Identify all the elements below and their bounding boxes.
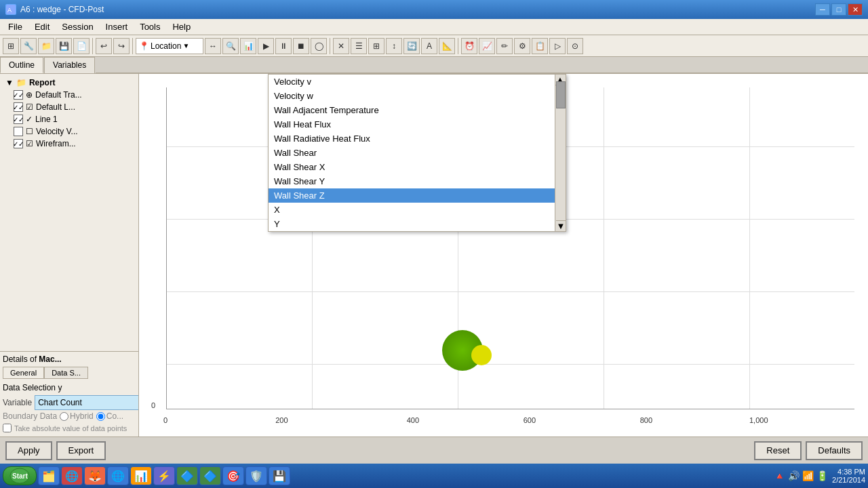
dropdown-item-wall-shear[interactable]: Wall Shear: [269, 146, 555, 160]
toolbar-btn-2[interactable]: 🔧: [20, 38, 37, 54]
dropdown-container: Velocity v Velocity w Wall Adjacent Temp…: [268, 74, 566, 232]
menu-file[interactable]: File: [3, 20, 28, 33]
location-dropdown[interactable]: 📍 Location ▼: [136, 38, 203, 54]
reset-button[interactable]: Reset: [754, 441, 802, 460]
selection-indicator: [442, 330, 483, 371]
take-absolute-checkbox[interactable]: [3, 424, 12, 432]
redo-button[interactable]: ↪: [113, 38, 130, 54]
window-title: A6 : wedge - CFD-Post: [20, 5, 104, 14]
taskbar-icon-3: 📶: [802, 470, 814, 481]
undo-button[interactable]: ↩: [96, 38, 112, 54]
toolbar-btn-23[interactable]: ⚙: [514, 38, 530, 54]
toolbar-btn-25[interactable]: ▷: [549, 38, 566, 54]
toolbar-btn-6[interactable]: ↔: [205, 38, 221, 54]
toolbar-btn-20[interactable]: ⏰: [461, 38, 477, 54]
inner-tab-data[interactable]: Data S...: [44, 367, 88, 379]
menu-bar: File Edit Session Insert Tools Help: [0, 19, 868, 35]
scroll-down-btn[interactable]: ▼: [556, 220, 566, 231]
dropdown-item-wall-shear-x[interactable]: Wall Shear X: [269, 160, 555, 174]
boundary-radio-hybrid[interactable]: [60, 412, 68, 421]
dropdown-item-wall-shear-z[interactable]: Wall Shear Z: [269, 188, 555, 203]
tab-outline[interactable]: Outline: [0, 57, 43, 73]
taskbar-app-globe[interactable]: 🌐: [107, 466, 129, 485]
checkbox-default-l[interactable]: ✓: [14, 102, 23, 112]
toolbar-btn-12[interactable]: ◯: [311, 38, 327, 54]
details-subject: Mac...: [39, 354, 61, 364]
toolbar-btn-4[interactable]: 💾: [56, 38, 72, 54]
taskbar-app-files[interactable]: 🗂️: [38, 466, 60, 485]
toolbar-btn-21[interactable]: 📈: [479, 38, 495, 54]
dropdown-item-x[interactable]: X: [269, 203, 555, 217]
toolbar-btn-17[interactable]: 🔄: [403, 38, 420, 54]
toolbar-btn-26[interactable]: ⊙: [567, 38, 583, 54]
svg-text:A: A: [7, 7, 12, 14]
action-bar: Apply Export Reset Defaults: [0, 436, 868, 464]
dropdown-item-wall-rad-heat-flux[interactable]: Wall Radiative Heat Flux: [269, 131, 555, 146]
taskbar-app-a5[interactable]: 🛡️: [245, 466, 267, 485]
dropdown-item-velocity-w[interactable]: Velocity w: [269, 89, 555, 103]
toolbar-btn-10[interactable]: ⏸: [275, 38, 292, 54]
tree-item-default-l[interactable]: ✓ ☑ Default L...: [3, 101, 136, 113]
toolbar-btn-1[interactable]: ⊞: [3, 38, 19, 54]
taskbar-app-a4[interactable]: 🎯: [222, 466, 244, 485]
tab-variables[interactable]: Variables: [44, 57, 95, 73]
tree-item-default-transform[interactable]: ✓ ⊕ Default Tra...: [3, 89, 136, 101]
dropdown-scrollbar[interactable]: ▲ ▼: [555, 75, 566, 231]
menu-edit[interactable]: Edit: [29, 20, 55, 33]
scroll-thumb[interactable]: [556, 81, 566, 108]
toolbar-btn-24[interactable]: 📋: [532, 38, 548, 54]
menu-help[interactable]: Help: [167, 20, 196, 33]
toolbar-btn-11[interactable]: ⏹: [293, 38, 309, 54]
toolbar-btn-15[interactable]: ⊞: [368, 38, 384, 54]
tree-item-report[interactable]: ▼ 📁 Report: [3, 77, 136, 89]
taskbar-app-matlab[interactable]: 📊: [130, 466, 152, 485]
title-bar: A A6 : wedge - CFD-Post ─ □ ✕: [0, 0, 868, 19]
toolbar-btn-18[interactable]: A: [421, 38, 437, 54]
tree-item-line1[interactable]: ✓ ✓ Line 1: [3, 113, 136, 125]
boundary-radio-co[interactable]: [96, 412, 105, 421]
taskbar-app-chrome[interactable]: 🌐: [61, 466, 83, 485]
maximize-button[interactable]: □: [831, 3, 846, 16]
start-button[interactable]: Start: [3, 466, 37, 485]
tree-item-wireframe[interactable]: ✓ ☑ Wirefram...: [3, 138, 136, 150]
checkbox-wireframe[interactable]: ✓: [14, 139, 23, 148]
data-selection-label: Data Selection y: [3, 382, 136, 394]
toolbar-btn-16[interactable]: ↕: [386, 38, 402, 54]
close-button[interactable]: ✕: [848, 3, 863, 16]
toolbar-btn-9[interactable]: ▶: [258, 38, 274, 54]
export-button[interactable]: Export: [56, 441, 106, 460]
toolbar-btn-13[interactable]: ✕: [333, 38, 349, 54]
taskbar-icon-2: 🔊: [788, 470, 800, 481]
toolbar-btn-19[interactable]: 📐: [439, 38, 455, 54]
menu-insert[interactable]: Insert: [100, 20, 134, 33]
variable-label: Variable: [3, 398, 32, 407]
variable-input[interactable]: [35, 395, 139, 410]
apply-button[interactable]: Apply: [5, 441, 52, 460]
dropdown-item-wall-adj-temp[interactable]: Wall Adjacent Temperature: [269, 103, 555, 117]
inner-tab-general[interactable]: General: [3, 367, 44, 379]
dropdown-item-velocity-v[interactable]: Velocity v: [269, 75, 555, 89]
taskbar-app-a2[interactable]: 🔷: [176, 466, 198, 485]
tree-item-velocity[interactable]: ☐ Velocity V...: [3, 125, 136, 138]
taskbar-right: 🔺 🔊 📶 🔋 4:38 PM 2/21/2014: [774, 468, 865, 484]
toolbar-btn-5[interactable]: 📄: [73, 38, 90, 54]
dropdown-item-wall-shear-y[interactable]: Wall Shear Y: [269, 174, 555, 188]
taskbar-app-a1[interactable]: ⚡: [153, 466, 175, 485]
taskbar-app-a3[interactable]: 🔷: [199, 466, 221, 485]
toolbar-btn-3[interactable]: 📁: [38, 38, 54, 54]
dropdown-item-y[interactable]: Y: [269, 217, 555, 231]
checkbox-line1[interactable]: ✓: [14, 115, 23, 124]
menu-tools[interactable]: Tools: [134, 20, 165, 33]
dropdown-item-wall-heat-flux[interactable]: Wall Heat Flux: [269, 117, 555, 131]
defaults-button[interactable]: Defaults: [806, 441, 863, 460]
toolbar-btn-22[interactable]: ✏: [496, 38, 513, 54]
menu-session[interactable]: Session: [56, 20, 98, 33]
taskbar-app-a6[interactable]: 💾: [269, 466, 290, 485]
toolbar-btn-14[interactable]: ☰: [351, 38, 367, 54]
checkbox-default-transform[interactable]: ✓: [14, 90, 23, 100]
minimize-button[interactable]: ─: [815, 3, 830, 16]
toolbar-btn-7[interactable]: 🔍: [222, 38, 239, 54]
checkbox-velocity[interactable]: [14, 127, 23, 136]
toolbar-btn-8[interactable]: 📊: [240, 38, 256, 54]
taskbar-app-firefox[interactable]: 🦊: [84, 466, 106, 485]
